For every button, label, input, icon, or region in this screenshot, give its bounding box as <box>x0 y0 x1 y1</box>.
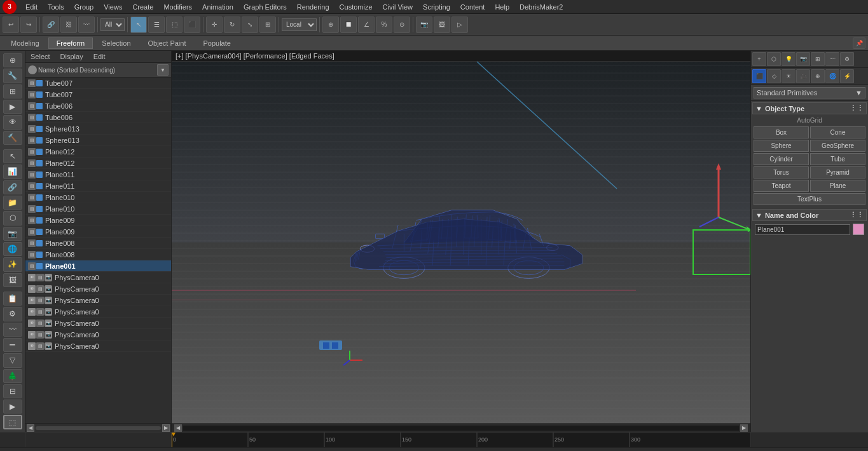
scene-list-item[interactable]: 👁▤📷PhysCamera0 <box>25 272 171 283</box>
filter-tool[interactable]: ▽ <box>3 353 22 367</box>
menu-civil-view[interactable]: Civil View <box>378 2 418 12</box>
scene-list-item[interactable]: ▤Plane011 <box>25 180 171 192</box>
modify-tool[interactable]: 🔧 <box>3 69 22 83</box>
rp-dynamics-icon[interactable]: ⚡ <box>840 69 854 83</box>
tab-freeform[interactable]: Freeform <box>48 37 93 49</box>
menu-content[interactable]: Content <box>455 2 490 12</box>
percent-snap[interactable]: % <box>376 17 392 33</box>
spinner-snap[interactable]: ⊙ <box>394 17 410 33</box>
scene-scroll-left[interactable]: ◀ <box>27 424 34 432</box>
scene-display-tab[interactable]: Display <box>55 51 88 62</box>
color-swatch[interactable] <box>853 224 864 235</box>
tab-selection[interactable]: Selection <box>93 37 139 49</box>
rp-lights-icon[interactable]: ☀ <box>782 69 796 83</box>
menu-scripting[interactable]: Scripting <box>418 2 455 12</box>
pyramid-button[interactable]: Pyramid <box>810 166 865 178</box>
name-color-options-icon[interactable]: ⋮⋮ <box>850 211 864 219</box>
manipulate-tool[interactable]: ↖ <box>3 149 22 163</box>
scene-list-item[interactable]: ▤Plane012 <box>25 158 171 169</box>
rp-warp-icon[interactable]: 🌀 <box>825 69 839 83</box>
scene-list-item[interactable]: ▤Sphere013 <box>25 135 171 146</box>
tab-pin[interactable]: 📌 <box>853 37 865 49</box>
rp-helpers-icon[interactable]: ⊕ <box>811 69 825 83</box>
window-crossing-button[interactable]: ⬛ <box>184 17 200 33</box>
sphere-button[interactable]: Sphere <box>754 140 809 152</box>
scene-list-item[interactable]: ▤Plane001 <box>25 260 171 272</box>
pivot-button[interactable]: ⊕ <box>322 17 339 33</box>
viewport-layout[interactable]: ⬚ <box>3 415 22 429</box>
menu-group[interactable]: Group <box>69 2 99 12</box>
geosphere-button[interactable]: GeoSphere <box>810 140 865 152</box>
animation-layers[interactable]: ⊟ <box>3 384 22 398</box>
select-object-button[interactable]: ↖ <box>130 17 147 33</box>
scene-list-item[interactable]: ▤Tube007 <box>25 89 171 100</box>
scene-list-item[interactable]: 👁▤📷PhysCamera0 <box>25 329 171 340</box>
scene-list-item[interactable]: ▤Plane009 <box>25 215 171 226</box>
tab-modeling[interactable]: Modeling <box>3 37 48 49</box>
textplus-button[interactable]: TextPlus <box>754 193 865 205</box>
menu-tools[interactable]: Tools <box>43 2 69 12</box>
environment[interactable]: 🌐 <box>3 242 22 256</box>
select-scale-button[interactable]: ⤡ <box>242 17 258 33</box>
render-setup-left[interactable]: 📷 <box>3 227 22 241</box>
cylinder-button[interactable]: Cylinder <box>754 153 809 165</box>
reference-coord-dropdown[interactable]: Local <box>282 18 317 31</box>
asset-browser[interactable]: 📁 <box>3 196 22 210</box>
select-move-button[interactable]: ✛ <box>206 17 223 33</box>
undo-button[interactable]: ↩ <box>3 17 19 33</box>
rp-scene-icon[interactable]: ⬡ <box>767 52 781 66</box>
object-properties[interactable]: ⚙ <box>3 307 22 321</box>
scene-list-item[interactable]: ▤Plane012 <box>25 146 171 158</box>
material-editor[interactable]: ⬡ <box>3 211 22 225</box>
render-setup[interactable]: 📷 <box>416 17 432 33</box>
filter-dropdown[interactable]: All <box>100 18 125 31</box>
autogrid-button[interactable]: AutoGrid <box>752 116 867 125</box>
rp-shapes-icon[interactable]: ◇ <box>767 69 781 83</box>
scene-list-item[interactable]: ▤Tube006 <box>25 100 171 112</box>
rp-system-icon[interactable]: ⚙ <box>840 52 854 66</box>
menu-rendering[interactable]: Rendering <box>292 2 334 12</box>
menu-views[interactable]: Views <box>99 2 127 12</box>
menu-create[interactable]: Create <box>127 2 158 12</box>
link-button[interactable]: 🔗 <box>43 17 59 33</box>
scene-list-item[interactable]: 👁▤📷PhysCamera0 <box>25 306 171 318</box>
rp-helper-icon[interactable]: ⊞ <box>811 52 825 66</box>
rp-light-icon[interactable]: 💡 <box>782 52 796 66</box>
scene-list-item[interactable]: 👁▤📷PhysCamera0 <box>25 318 171 329</box>
layer-manager[interactable]: 📋 <box>3 292 22 306</box>
rp-camera-icon[interactable]: 📷 <box>796 52 810 66</box>
menu-debris-maker[interactable]: DebrisMaker2 <box>514 2 568 12</box>
scene-select-tab[interactable]: Select <box>25 51 55 62</box>
menu-animation[interactable]: Animation <box>197 2 238 12</box>
viewport-scroll-track[interactable] <box>183 426 739 431</box>
viewport-canvas[interactable] <box>172 62 750 423</box>
object-type-options-icon[interactable]: ⋮⋮ <box>850 104 864 112</box>
dope-sheet[interactable]: ═ <box>3 338 22 352</box>
scene-list-item[interactable]: 👁▤📷PhysCamera0 <box>25 295 171 306</box>
snap-toggle[interactable]: 🔲 <box>340 17 357 33</box>
render-frame[interactable]: 🖼 <box>434 17 450 33</box>
scene-circle-indicator[interactable] <box>28 65 37 74</box>
scene-scroll-down[interactable]: ▼ <box>157 64 169 76</box>
effects[interactable]: ✨ <box>3 257 22 271</box>
display-tool[interactable]: 👁 <box>3 115 22 129</box>
scene-list-item[interactable]: ▤Plane008 <box>25 238 171 249</box>
track-view[interactable]: 📊 <box>3 165 22 178</box>
scene-scroll-track[interactable] <box>36 426 161 430</box>
scene-list-item[interactable]: ▤Plane011 <box>25 169 171 180</box>
scene-edit-tab[interactable]: Edit <box>88 51 111 62</box>
menu-help[interactable]: Help <box>490 2 514 12</box>
menu-graph-editors[interactable]: Graph Editors <box>238 2 292 12</box>
rp-geometry-icon[interactable]: ⬛ <box>752 69 766 83</box>
scene-list-item[interactable]: ▤Sphere013 <box>25 123 171 135</box>
teapot-button[interactable]: Teapot <box>754 180 809 192</box>
curve-editor[interactable]: 〰 <box>3 323 22 337</box>
angle-snap[interactable]: ∠ <box>358 17 375 33</box>
primitives-dropdown[interactable]: Standard Primitives ▼ <box>754 87 865 98</box>
motion-tool[interactable]: ▶ <box>3 100 22 114</box>
scene-list-item[interactable]: 👁▤📷PhysCamera0 <box>25 340 171 352</box>
rp-plus-icon[interactable]: + <box>752 52 766 66</box>
scene-list-item[interactable]: 👁▤📷PhysCamera0 <box>25 283 171 295</box>
object-name-input[interactable] <box>755 224 850 235</box>
object-type-header[interactable]: ▼ Object Type ⋮⋮ <box>752 102 867 114</box>
